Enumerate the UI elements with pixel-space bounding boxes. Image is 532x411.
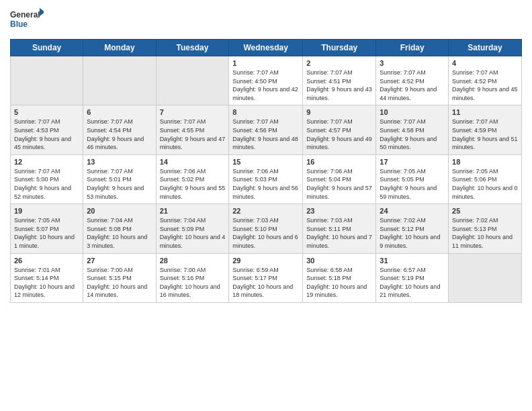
day-info: Sunrise: 7:06 AM Sunset: 5:03 PM Dayligh… [232,167,299,201]
day-number: 22 [232,207,299,215]
calendar-cell: 12Sunrise: 7:07 AM Sunset: 5:00 PM Dayli… [11,154,83,203]
calendar-cell: 21Sunrise: 7:04 AM Sunset: 5:09 PM Dayli… [156,204,229,253]
calendar-cell: 11Sunrise: 7:07 AM Sunset: 4:59 PM Dayli… [449,105,522,154]
calendar-cell: 22Sunrise: 7:03 AM Sunset: 5:10 PM Dayli… [229,204,303,253]
day-info: Sunrise: 7:07 AM Sunset: 4:55 PM Dayligh… [160,118,226,151]
calendar-cell: 7Sunrise: 7:07 AM Sunset: 4:55 PM Daylig… [156,105,229,154]
day-number: 19 [14,207,79,215]
week-row-3: 12Sunrise: 7:07 AM Sunset: 5:00 PM Dayli… [11,154,522,203]
svg-text:General: General [10,10,40,19]
day-number: 17 [380,158,445,166]
day-info: Sunrise: 7:00 AM Sunset: 5:15 PM Dayligh… [87,266,152,300]
day-number: 11 [452,108,518,116]
day-info: Sunrise: 7:07 AM Sunset: 4:51 PM Dayligh… [306,68,372,102]
day-info: Sunrise: 7:05 AM Sunset: 5:05 PM Dayligh… [380,167,445,201]
calendar-cell [11,56,83,105]
day-info: Sunrise: 6:59 AM Sunset: 5:17 PM Dayligh… [232,266,299,300]
calendar-cell: 2Sunrise: 7:07 AM Sunset: 4:51 PM Daylig… [303,56,376,105]
day-number: 2 [306,59,372,67]
day-info: Sunrise: 7:07 AM Sunset: 4:52 PM Dayligh… [380,68,445,102]
day-info: Sunrise: 7:07 AM Sunset: 4:57 PM Dayligh… [306,118,372,151]
week-row-1: 1Sunrise: 7:07 AM Sunset: 4:50 PM Daylig… [11,56,522,105]
calendar-page: General Blue SundayMondayTuesdayWednesda… [0,0,532,313]
day-info: Sunrise: 7:07 AM Sunset: 4:59 PM Dayligh… [452,118,518,151]
calendar-cell [156,56,229,105]
calendar-cell: 6Sunrise: 7:07 AM Sunset: 4:54 PM Daylig… [83,105,156,154]
day-number: 25 [452,207,518,215]
day-number: 12 [14,158,79,166]
day-number: 30 [306,257,372,265]
calendar-cell: 5Sunrise: 7:07 AM Sunset: 4:53 PM Daylig… [11,105,83,154]
calendar-cell: 18Sunrise: 7:05 AM Sunset: 5:06 PM Dayli… [449,154,522,203]
day-number: 14 [160,158,226,166]
calendar-cell [449,253,522,302]
day-info: Sunrise: 7:00 AM Sunset: 5:16 PM Dayligh… [160,266,226,300]
weekday-header-friday: Friday [376,40,449,56]
calendar-cell: 20Sunrise: 7:04 AM Sunset: 5:08 PM Dayli… [83,204,156,253]
day-info: Sunrise: 7:06 AM Sunset: 5:04 PM Dayligh… [306,167,372,201]
day-info: Sunrise: 7:07 AM Sunset: 4:52 PM Dayligh… [452,68,518,102]
day-info: Sunrise: 7:04 AM Sunset: 5:09 PM Dayligh… [160,216,226,250]
day-number: 28 [160,257,226,265]
day-number: 16 [306,158,372,166]
day-info: Sunrise: 7:03 AM Sunset: 5:11 PM Dayligh… [306,216,372,250]
day-number: 24 [380,207,445,215]
day-info: Sunrise: 7:01 AM Sunset: 5:14 PM Dayligh… [14,266,79,300]
svg-marker-2 [40,8,44,16]
day-number: 15 [232,158,299,166]
calendar-cell: 8Sunrise: 7:07 AM Sunset: 4:56 PM Daylig… [229,105,303,154]
weekday-header-thursday: Thursday [303,40,376,56]
day-info: Sunrise: 7:07 AM Sunset: 5:01 PM Dayligh… [87,167,152,201]
day-info: Sunrise: 7:05 AM Sunset: 5:06 PM Dayligh… [452,167,518,201]
calendar-cell: 28Sunrise: 7:00 AM Sunset: 5:16 PM Dayli… [156,253,229,302]
day-number: 20 [87,207,152,215]
calendar-cell: 25Sunrise: 7:02 AM Sunset: 5:13 PM Dayli… [449,204,522,253]
calendar-cell: 16Sunrise: 7:06 AM Sunset: 5:04 PM Dayli… [303,154,376,203]
day-number: 23 [306,207,372,215]
day-number: 10 [380,108,445,116]
week-row-2: 5Sunrise: 7:07 AM Sunset: 4:53 PM Daylig… [11,105,522,154]
day-info: Sunrise: 7:04 AM Sunset: 5:08 PM Dayligh… [87,216,152,250]
day-info: Sunrise: 7:05 AM Sunset: 5:07 PM Dayligh… [14,216,79,250]
calendar-cell: 9Sunrise: 7:07 AM Sunset: 4:57 PM Daylig… [303,105,376,154]
weekday-header-monday: Monday [83,40,156,56]
calendar-cell: 30Sunrise: 6:58 AM Sunset: 5:18 PM Dayli… [303,253,376,302]
day-number: 4 [452,59,518,67]
day-info: Sunrise: 7:06 AM Sunset: 5:02 PM Dayligh… [160,167,226,201]
day-number: 7 [160,108,226,116]
day-number: 29 [232,257,299,265]
calendar-cell [83,56,156,105]
calendar-cell: 13Sunrise: 7:07 AM Sunset: 5:01 PM Dayli… [83,154,156,203]
weekday-header-sunday: Sunday [11,40,83,56]
calendar-table: SundayMondayTuesdayWednesdayThursdayFrid… [10,39,522,303]
day-number: 5 [14,108,79,116]
weekday-header-row: SundayMondayTuesdayWednesdayThursdayFrid… [11,40,522,56]
day-number: 3 [380,59,445,67]
weekday-header-wednesday: Wednesday [229,40,303,56]
day-info: Sunrise: 7:07 AM Sunset: 5:00 PM Dayligh… [14,167,79,201]
day-number: 18 [452,158,518,166]
day-number: 31 [380,257,445,265]
day-info: Sunrise: 7:02 AM Sunset: 5:13 PM Dayligh… [452,216,518,250]
calendar-cell: 3Sunrise: 7:07 AM Sunset: 4:52 PM Daylig… [376,56,449,105]
logo-svg: General Blue [10,7,44,34]
week-row-5: 26Sunrise: 7:01 AM Sunset: 5:14 PM Dayli… [11,253,522,302]
calendar-cell: 27Sunrise: 7:00 AM Sunset: 5:15 PM Dayli… [83,253,156,302]
day-number: 21 [160,207,226,215]
day-info: Sunrise: 7:07 AM Sunset: 4:50 PM Dayligh… [232,68,299,102]
calendar-cell: 24Sunrise: 7:02 AM Sunset: 5:12 PM Dayli… [376,204,449,253]
calendar-cell: 1Sunrise: 7:07 AM Sunset: 4:50 PM Daylig… [229,56,303,105]
day-info: Sunrise: 6:57 AM Sunset: 5:19 PM Dayligh… [380,266,445,300]
day-info: Sunrise: 7:03 AM Sunset: 5:10 PM Dayligh… [232,216,299,250]
day-info: Sunrise: 7:07 AM Sunset: 4:56 PM Dayligh… [232,118,299,151]
day-number: 1 [232,59,299,67]
weekday-header-saturday: Saturday [449,40,522,56]
logo: General Blue [10,7,44,34]
calendar-cell: 4Sunrise: 7:07 AM Sunset: 4:52 PM Daylig… [449,56,522,105]
calendar-cell: 29Sunrise: 6:59 AM Sunset: 5:17 PM Dayli… [229,253,303,302]
day-number: 26 [14,257,79,265]
calendar-cell: 26Sunrise: 7:01 AM Sunset: 5:14 PM Dayli… [11,253,83,302]
day-number: 8 [232,108,299,116]
calendar-cell: 14Sunrise: 7:06 AM Sunset: 5:02 PM Dayli… [156,154,229,203]
day-info: Sunrise: 6:58 AM Sunset: 5:18 PM Dayligh… [306,266,372,300]
